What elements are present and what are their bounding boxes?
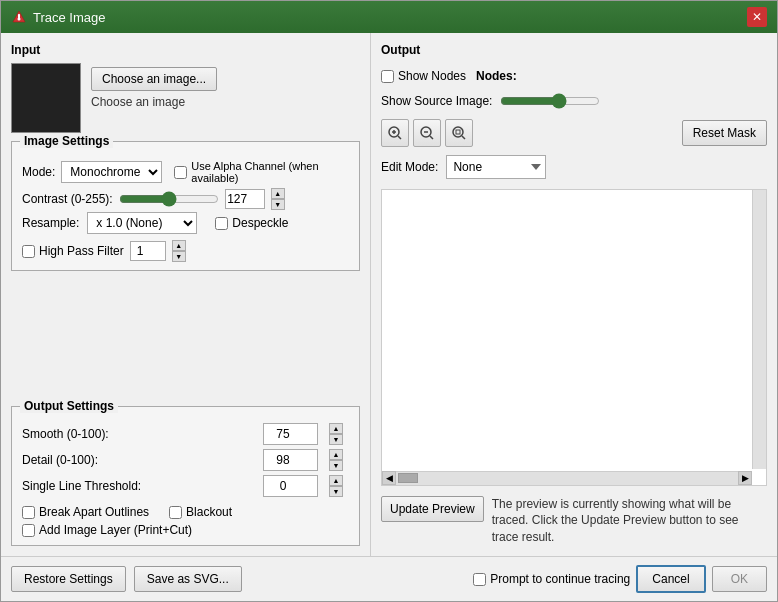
resample-label: Resample: xyxy=(22,216,79,230)
smooth-up-btn[interactable]: ▲ xyxy=(329,423,343,434)
zoom-toolbar: Reset Mask xyxy=(381,119,767,147)
edit-mode-row: Edit Mode: None xyxy=(381,155,767,179)
spacer xyxy=(11,279,360,398)
prompt-text: Prompt to continue tracing xyxy=(490,572,630,586)
show-nodes-label: Show Nodes xyxy=(381,69,466,83)
contrast-up-btn[interactable]: ▲ xyxy=(271,188,285,199)
add-image-layer-checkbox[interactable] xyxy=(22,524,35,537)
source-image-slider[interactable] xyxy=(500,93,600,109)
alpha-channel-checkbox-label: Use Alpha Channel (when available) xyxy=(174,160,349,184)
svg-line-11 xyxy=(462,136,465,139)
blackout-checkbox[interactable] xyxy=(169,506,182,519)
bottom-checkboxes: Break Apart Outlines Blackout Add Image … xyxy=(22,505,349,537)
edit-mode-label: Edit Mode: xyxy=(381,160,438,174)
cancel-button[interactable]: Cancel xyxy=(636,565,705,593)
close-button[interactable]: ✕ xyxy=(747,7,767,27)
image-settings-title: Image Settings xyxy=(20,134,113,148)
break-apart-checkbox[interactable] xyxy=(22,506,35,519)
zoom-in-icon xyxy=(387,125,403,141)
single-line-input[interactable] xyxy=(263,475,318,497)
svg-point-10 xyxy=(453,127,463,137)
choose-label: Choose an image xyxy=(91,95,217,109)
input-content: Choose an image... Choose an image xyxy=(11,63,360,133)
contrast-down-btn[interactable]: ▼ xyxy=(271,199,285,210)
choose-image-button[interactable]: Choose an image... xyxy=(91,67,217,91)
canvas-area: ◀ ▶ xyxy=(381,189,767,486)
single-line-up-btn[interactable]: ▲ xyxy=(329,475,343,486)
high-pass-checkbox[interactable] xyxy=(22,245,35,258)
ok-button[interactable]: OK xyxy=(712,566,767,592)
title-bar-left: Trace Image xyxy=(11,9,106,25)
detail-spin: ▲ ▼ xyxy=(329,449,349,471)
preview-status-row: Update Preview The preview is currently … xyxy=(381,496,767,546)
restore-settings-button[interactable]: Restore Settings xyxy=(11,566,126,592)
high-pass-down-btn[interactable]: ▼ xyxy=(172,251,186,262)
smooth-spin: ▲ ▼ xyxy=(329,423,349,445)
detail-input[interactable] xyxy=(263,449,318,471)
output-label: Output xyxy=(381,43,767,57)
reset-mask-button[interactable]: Reset Mask xyxy=(682,120,767,146)
show-nodes-checkbox[interactable] xyxy=(381,70,394,83)
contrast-slider[interactable] xyxy=(119,191,219,207)
zoom-fit-button[interactable] xyxy=(445,119,473,147)
scroll-right-btn[interactable]: ▶ xyxy=(738,471,752,485)
high-pass-input[interactable] xyxy=(130,241,166,261)
left-panel: Input Choose an image... Choose an image… xyxy=(1,33,371,556)
zoom-fit-icon xyxy=(451,125,467,141)
high-pass-spin: ▲ ▼ xyxy=(172,240,186,262)
mode-select[interactable]: Monochrome xyxy=(61,161,162,183)
horizontal-scrollbar[interactable]: ◀ ▶ xyxy=(382,471,752,485)
smooth-down-btn[interactable]: ▼ xyxy=(329,434,343,445)
dialog-body: Input Choose an image... Choose an image… xyxy=(1,33,777,556)
scroll-left-btn[interactable]: ◀ xyxy=(382,471,396,485)
preview-status-text: The preview is currently showing what wi… xyxy=(492,496,767,546)
output-grid: Smooth (0-100): ▲ ▼ Detail (0-100): ▲ ▼ … xyxy=(22,423,349,497)
mode-label: Mode: xyxy=(22,165,55,179)
title-bar: Trace Image ✕ xyxy=(1,1,777,33)
svg-rect-2 xyxy=(18,14,20,18)
resample-select[interactable]: x 1.0 (None) xyxy=(87,212,197,234)
high-pass-row: High Pass Filter ▲ ▼ xyxy=(22,240,349,262)
image-settings-group: Image Settings Mode: Monochrome Use Alph… xyxy=(11,141,360,271)
high-pass-up-btn[interactable]: ▲ xyxy=(172,240,186,251)
show-nodes-text: Show Nodes xyxy=(398,69,466,83)
contrast-label: Contrast (0-255): xyxy=(22,192,113,206)
source-image-label: Show Source Image: xyxy=(381,94,492,108)
svg-line-6 xyxy=(398,136,401,139)
checkboxes-row: Break Apart Outlines Blackout xyxy=(22,505,349,519)
alpha-channel-checkbox[interactable] xyxy=(174,166,187,179)
smooth-label: Smooth (0-100): xyxy=(22,427,257,441)
output-settings-group: Output Settings Smooth (0-100): ▲ ▼ Deta… xyxy=(11,406,360,546)
smooth-input[interactable] xyxy=(263,423,318,445)
zoom-out-button[interactable] xyxy=(413,119,441,147)
prompt-cb-label: Prompt to continue tracing xyxy=(473,572,630,586)
detail-up-btn[interactable]: ▲ xyxy=(329,449,343,460)
zoom-in-button[interactable] xyxy=(381,119,409,147)
app-icon xyxy=(11,9,27,25)
contrast-input[interactable] xyxy=(225,189,265,209)
add-image-layer-label: Add Image Layer (Print+Cut) xyxy=(22,523,349,537)
detail-label: Detail (0-100): xyxy=(22,453,257,467)
add-image-layer-text: Add Image Layer (Print+Cut) xyxy=(39,523,192,537)
mode-row: Mode: Monochrome Use Alpha Channel (when… xyxy=(22,160,349,184)
prompt-checkbox[interactable] xyxy=(473,573,486,586)
input-label: Input xyxy=(11,43,360,57)
output-header: Show Nodes Nodes: xyxy=(381,69,767,83)
despeckle-text: Despeckle xyxy=(232,216,288,230)
edit-mode-select[interactable]: None xyxy=(446,155,546,179)
output-settings-title: Output Settings xyxy=(20,399,118,413)
vertical-scrollbar[interactable] xyxy=(752,190,766,469)
detail-down-btn[interactable]: ▼ xyxy=(329,460,343,471)
save-svg-button[interactable]: Save as SVG... xyxy=(134,566,242,592)
blackout-text: Blackout xyxy=(186,505,232,519)
despeckle-checkbox[interactable] xyxy=(215,217,228,230)
blackout-label: Blackout xyxy=(169,505,232,519)
update-preview-button[interactable]: Update Preview xyxy=(381,496,484,522)
bottom-right-buttons: Prompt to continue tracing Cancel OK xyxy=(473,565,767,593)
single-line-down-btn[interactable]: ▼ xyxy=(329,486,343,497)
alpha-channel-text: Use Alpha Channel (when available) xyxy=(191,160,349,184)
image-preview xyxy=(11,63,81,133)
input-buttons: Choose an image... Choose an image xyxy=(91,63,217,109)
scroll-thumb-h[interactable] xyxy=(398,473,418,483)
despeckle-checkbox-label: Despeckle xyxy=(215,216,288,230)
